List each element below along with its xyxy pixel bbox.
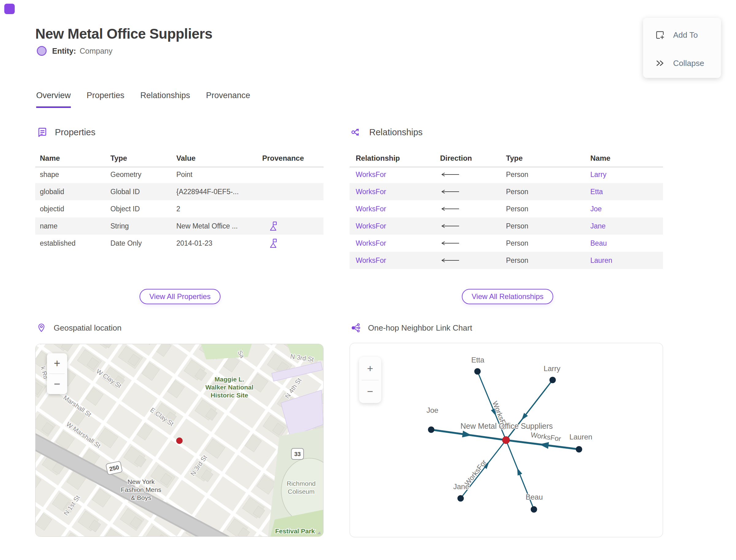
svg-text:WorksFor: WorksFor — [530, 431, 562, 443]
tab-properties[interactable]: Properties — [87, 91, 125, 108]
property-type: Geometry — [110, 171, 176, 179]
svg-text:Coliseum: Coliseum — [288, 488, 315, 495]
actions-card: Add To Collapse — [643, 18, 721, 78]
table-row: WorksForPersonEtta — [350, 183, 663, 200]
table-row: WorksForPersonLarry — [350, 166, 663, 183]
property-value: Point — [176, 171, 262, 179]
property-type: Object ID — [110, 205, 176, 213]
tab-relationships[interactable]: Relationships — [140, 91, 190, 108]
svg-text:Joe: Joe — [427, 406, 439, 414]
direction-arrow-icon — [440, 189, 506, 194]
linkchart-section-title: One-hop Neighbor Link Chart — [368, 323, 472, 333]
relationships-section-header: Relationships — [351, 127, 423, 138]
graph-node-joe[interactable] — [428, 427, 435, 433]
column-header: Direction — [440, 154, 506, 163]
tab-overview[interactable]: Overview — [36, 91, 71, 108]
view-all-properties-button[interactable]: View All Properties — [140, 289, 220, 304]
add-to-button[interactable]: Add To — [643, 21, 721, 48]
chart-zoom-in-button[interactable]: + — [359, 357, 381, 380]
graph-node-larry[interactable] — [550, 377, 556, 383]
relationship-link[interactable]: WorksFor — [356, 222, 440, 230]
map-canvas: 25033k RdW Clay StSaMarshall StE Clay St… — [36, 344, 323, 536]
svg-text:Larry: Larry — [544, 364, 561, 373]
property-type: Global ID — [110, 188, 176, 196]
related-entity-link[interactable]: Jane — [590, 222, 663, 230]
geospatial-section-header: Geospatial location — [36, 323, 121, 333]
property-name: shape — [40, 171, 110, 179]
svg-text:Beau: Beau — [526, 493, 543, 501]
table-row: WorksForPersonBeau — [350, 235, 663, 252]
map-zoom-control: + − — [47, 353, 67, 394]
graph-node-beau[interactable] — [531, 506, 537, 513]
svg-text:Maggie L.: Maggie L. — [215, 376, 244, 383]
graph-node-etta[interactable] — [474, 368, 481, 375]
graph-node-center[interactable] — [502, 436, 510, 444]
relationship-link[interactable]: WorksFor — [356, 205, 440, 213]
graph-node-jane[interactable] — [458, 495, 464, 502]
collapse-button[interactable]: Collapse — [643, 50, 721, 77]
relationships-section: Relationships RelationshipDirectionTypeN… — [350, 127, 663, 311]
linkchart-section: One-hop Neighbor Link Chart WorksForWork… — [350, 323, 663, 544]
table-row: globalidGlobal ID{A228944F-0EF5-... — [35, 183, 324, 200]
geospatial-section-title: Geospatial location — [54, 323, 121, 333]
property-value: {A228944F-0EF5-... — [176, 188, 262, 196]
provenance-cell — [262, 221, 324, 231]
relationships-icon — [351, 127, 362, 138]
property-name: objectid — [40, 205, 110, 213]
svg-text:Lauren: Lauren — [569, 433, 592, 441]
column-header: Name — [40, 154, 110, 163]
related-entity-link[interactable]: Larry — [590, 171, 663, 179]
column-header: Type — [506, 154, 590, 163]
chart-zoom-out-button[interactable]: − — [359, 380, 381, 403]
entity-detail-page: New Metal Office Suppliers Entity: Compa… — [0, 0, 736, 560]
svg-text:33: 33 — [294, 451, 301, 457]
svg-text:Jane: Jane — [453, 482, 469, 491]
property-value: 2014-01-23 — [176, 239, 262, 247]
property-name: name — [40, 222, 110, 230]
relationship-link[interactable]: WorksFor — [356, 188, 440, 196]
svg-text:Richmond: Richmond — [287, 480, 316, 487]
svg-text:New Metal Office Suppliers: New Metal Office Suppliers — [460, 422, 553, 430]
relationship-link[interactable]: WorksFor — [356, 239, 440, 247]
tab-provenance[interactable]: Provenance — [206, 91, 250, 108]
map-pin-icon — [36, 323, 46, 333]
app-brand-square — [4, 4, 15, 14]
table-row: objectidObject ID2 — [35, 200, 324, 217]
provenance-flag-icon[interactable] — [269, 221, 278, 231]
relationships-table: WorksForPersonLarryWorksForPersonEttaWor… — [350, 166, 663, 269]
table-row: WorksForPersonJoe — [350, 200, 663, 217]
provenance-flag-icon[interactable] — [269, 238, 278, 248]
properties-section-header: Properties — [36, 127, 95, 138]
table-row: WorksForPersonJane — [350, 217, 663, 235]
collapse-chevrons-icon — [655, 58, 665, 68]
properties-table: shapeGeometryPointglobalidGlobal ID{A228… — [35, 166, 324, 252]
direction-arrow-icon — [440, 206, 506, 212]
map-zoom-in-button[interactable]: + — [47, 353, 67, 374]
relationship-link[interactable]: WorksFor — [356, 171, 440, 179]
tabs: OverviewPropertiesRelationshipsProvenanc… — [36, 91, 250, 108]
map-zoom-out-button[interactable]: − — [47, 374, 67, 394]
column-header: Type — [110, 154, 176, 163]
related-entity-link[interactable]: Lauren — [590, 256, 663, 265]
svg-text:Fashion Mens: Fashion Mens — [121, 486, 161, 493]
map[interactable]: 25033k RdW Clay StSaMarshall StE Clay St… — [35, 344, 324, 537]
view-all-relationships-button[interactable]: View All Relationships — [462, 289, 553, 304]
graph-node-lauren[interactable] — [576, 446, 582, 453]
related-entity-link[interactable]: Joe — [590, 205, 663, 213]
relationship-type: Person — [506, 188, 590, 196]
collapse-label: Collapse — [673, 59, 704, 68]
column-header: Relationship — [356, 154, 440, 163]
related-entity-link[interactable]: Etta — [590, 188, 663, 196]
entity-label: Entity: — [52, 47, 76, 56]
column-header: Value — [176, 154, 262, 163]
linkchart-section-header: One-hop Neighbor Link Chart — [351, 323, 472, 333]
relationships-table-header: RelationshipDirectionTypeName — [350, 150, 663, 167]
table-row: nameStringNew Metal Office ... — [35, 217, 324, 235]
link-chart[interactable]: WorksForWorksForWorksForNew Metal Office… — [350, 343, 663, 537]
svg-text:Historic Site: Historic Site — [211, 392, 248, 399]
geospatial-section: Geospatial location 25033k RdW Clay StSa… — [35, 323, 324, 544]
svg-text:& Boys: & Boys — [131, 494, 151, 501]
chart-zoom-control: + − — [359, 357, 381, 403]
relationship-link[interactable]: WorksFor — [356, 256, 440, 265]
related-entity-link[interactable]: Beau — [590, 239, 663, 247]
